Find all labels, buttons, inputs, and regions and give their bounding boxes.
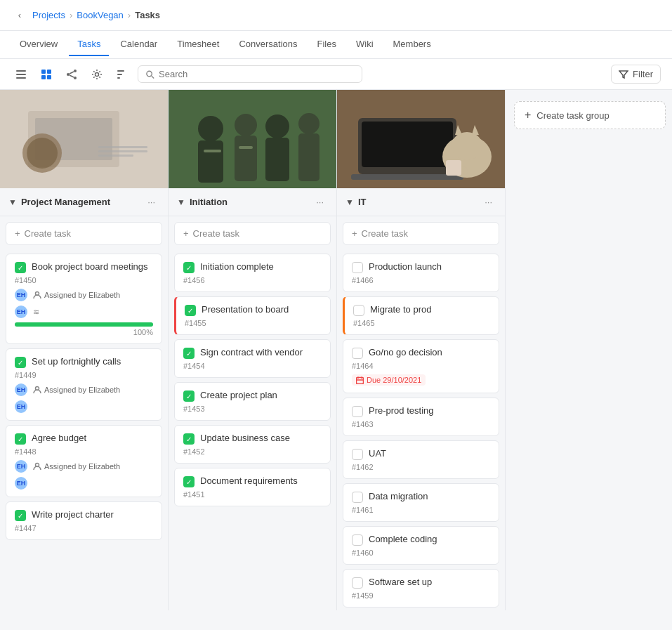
list-view-button[interactable]: [11, 65, 31, 84]
task-card[interactable]: Software set up #1459: [343, 569, 499, 608]
column-menu-button[interactable]: ···: [312, 195, 328, 209]
task-checkbox[interactable]: ✓: [183, 348, 195, 359]
svg-rect-1: [16, 74, 26, 75]
task-card[interactable]: ✓ Agree budget #1448 EH Assigned by Eliz…: [6, 425, 162, 497]
task-id: #1466: [352, 276, 490, 284]
task-card[interactable]: ✓ Book project board meetings #1450 EH A…: [6, 254, 162, 344]
task-id: #1461: [352, 506, 490, 514]
task-title: UAT: [369, 448, 386, 460]
grid-view-button[interactable]: [37, 65, 56, 84]
breadcrumb-projects[interactable]: Projects: [32, 10, 65, 20]
task-checkbox[interactable]: [352, 262, 363, 273]
column-menu-button[interactable]: ···: [143, 195, 159, 209]
search-box[interactable]: [138, 65, 362, 83]
task-checkbox[interactable]: ✓: [15, 433, 26, 445]
task-card[interactable]: ✓ Write project charter #1447: [6, 501, 162, 540]
column-title-bar-it: ▼ IT ···: [337, 188, 505, 216]
task-card[interactable]: UAT #1462: [343, 440, 499, 479]
task-checkbox[interactable]: ✓: [15, 262, 26, 273]
sort-button[interactable]: [112, 65, 132, 84]
tasks-list-initiation: ✓ Initiation complete #1456 ✓ Presentati…: [169, 251, 336, 509]
settings-button[interactable]: [87, 65, 107, 84]
task-card[interactable]: ✓ Sign contract with vendor #1454: [174, 339, 331, 378]
create-task-button-pm[interactable]: + Create task: [6, 222, 162, 245]
task-checkbox[interactable]: ✓: [15, 357, 26, 368]
svg-rect-23: [98, 146, 147, 148]
avatar-bottom: EH: [15, 400, 27, 413]
create-task-button-it[interactable]: + Create task: [343, 222, 499, 245]
task-checkbox[interactable]: [352, 406, 363, 417]
task-checkbox[interactable]: ✓: [183, 476, 195, 487]
task-id: #1455: [185, 319, 322, 327]
task-checkbox[interactable]: [352, 577, 363, 589]
column-project-management: ▼ Project Management ··· + Create task ✓…: [0, 90, 169, 610]
task-checkbox[interactable]: ✓: [183, 391, 195, 402]
task-checkbox[interactable]: [353, 305, 364, 316]
task-title: Software set up: [369, 577, 432, 589]
task-title: Document requirements: [200, 475, 298, 487]
task-card[interactable]: ✓ Initiation complete #1456: [174, 254, 331, 292]
task-card[interactable]: Go/no go decision #1464 Due 29/10/2021: [343, 339, 499, 393]
task-checkbox[interactable]: ✓: [183, 433, 195, 445]
plus-icon: +: [525, 109, 531, 122]
task-id: #1460: [352, 549, 490, 557]
column-title-text: Project Management: [21, 197, 143, 207]
search-input[interactable]: [159, 69, 355, 79]
progress-container: 100%: [15, 322, 153, 336]
column-it: ▼ IT ··· + Create task Production launch…: [337, 90, 506, 610]
task-checkbox[interactable]: [352, 492, 363, 503]
task-card[interactable]: ✓ Create project plan #1453: [174, 382, 331, 421]
svg-rect-31: [198, 140, 223, 183]
breadcrumb: Projects › BookVegan › Tasks: [32, 10, 160, 20]
task-card[interactable]: Data migration #1461: [343, 483, 499, 522]
task-checkbox[interactable]: [352, 534, 363, 546]
breadcrumb-current: Tasks: [135, 10, 160, 20]
back-button[interactable]: ‹: [11, 7, 28, 24]
task-checkbox[interactable]: ✓: [183, 262, 195, 273]
avatar: EH: [15, 460, 27, 473]
filter-button[interactable]: Filter: [611, 65, 661, 84]
task-card[interactable]: ✓ Set up fortnightly calls #1449 EH Assi…: [6, 348, 162, 421]
tab-timesheet[interactable]: Timesheet: [169, 33, 228, 56]
task-title: Production launch: [369, 261, 442, 273]
svg-rect-13: [117, 70, 124, 72]
task-card[interactable]: Migrate to prod #1465: [343, 296, 499, 335]
task-card[interactable]: ✓ Document requirements #1451: [174, 468, 331, 506]
tab-members[interactable]: Members: [385, 33, 440, 56]
tab-conversations[interactable]: Conversations: [230, 33, 305, 56]
task-card[interactable]: Complete coding #1460: [343, 526, 499, 565]
task-card[interactable]: Pre-prod testing #1463: [343, 398, 499, 436]
avatar: EH: [15, 383, 27, 396]
task-card[interactable]: ✓ Update business case #1452: [174, 425, 331, 464]
column-collapse-arrow[interactable]: ▼: [345, 197, 354, 207]
svg-point-16: [147, 71, 152, 76]
svg-rect-6: [47, 75, 51, 79]
task-checkbox[interactable]: [352, 348, 363, 359]
tab-tasks[interactable]: Tasks: [69, 33, 109, 56]
task-checkbox[interactable]: ✓: [15, 510, 26, 521]
column-title-text: IT: [358, 197, 480, 207]
create-group-column: + Create task group: [506, 90, 672, 610]
tab-files[interactable]: Files: [309, 33, 345, 56]
task-meta-bottom: EH: [15, 477, 153, 490]
create-task-group-button[interactable]: + Create task group: [514, 101, 666, 129]
task-card[interactable]: ✓ Presentation to board #1455: [174, 296, 331, 335]
tab-overview[interactable]: Overview: [11, 33, 66, 56]
svg-rect-14: [117, 74, 122, 75]
share-button[interactable]: [62, 65, 81, 84]
svg-rect-38: [204, 150, 221, 152]
task-meta-bottom: EH ≋: [15, 306, 153, 318]
column-menu-button[interactable]: ···: [480, 195, 496, 209]
task-meta: EH Assigned by Elizabeth: [15, 289, 153, 301]
tab-calendar[interactable]: Calendar: [112, 33, 166, 56]
task-checkbox[interactable]: ✓: [185, 305, 196, 316]
svg-rect-5: [41, 75, 46, 79]
task-card[interactable]: Production launch #1466: [343, 254, 499, 292]
task-checkbox[interactable]: [352, 449, 363, 460]
column-collapse-arrow[interactable]: ▼: [8, 197, 17, 207]
tab-wiki[interactable]: Wiki: [348, 33, 382, 56]
task-id: #1449: [15, 371, 153, 379]
create-task-button-initiation[interactable]: + Create task: [174, 222, 331, 245]
column-collapse-arrow[interactable]: ▼: [177, 197, 185, 207]
breadcrumb-project[interactable]: BookVegan: [77, 10, 124, 20]
